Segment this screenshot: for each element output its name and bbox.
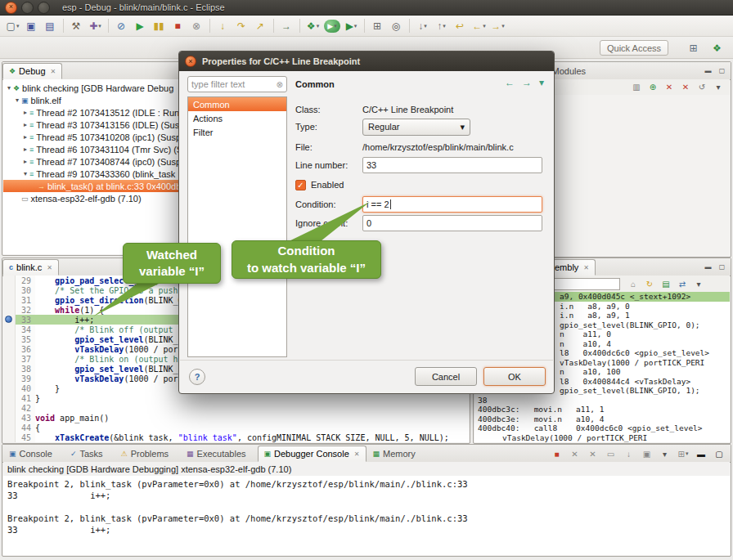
clear-filter-icon[interactable]: ⊗ [277, 80, 283, 89]
back-icon[interactable]: ← [505, 77, 515, 88]
line-number-input[interactable]: 33 [362, 157, 542, 173]
add-register-group-button[interactable]: ⊕ [645, 81, 661, 94]
tree-expander-icon[interactable]: ▾ [21, 170, 29, 177]
editor-ruler-cell[interactable] [3, 325, 16, 334]
refresh-button[interactable]: ↻ [641, 277, 658, 290]
tab-close-icon[interactable]: ✕ [354, 450, 360, 458]
home-button[interactable]: ⌂ [625, 277, 641, 290]
dialog-titlebar[interactable]: × Properties for C/C++ Line Breakpoint [179, 52, 554, 71]
debug-perspective-button[interactable]: ❖ [708, 40, 726, 56]
editor-ruler-cell[interactable] [3, 305, 16, 315]
save-button[interactable]: ▣ [22, 18, 41, 34]
editor-ruler-cell[interactable] [3, 295, 16, 305]
tree-expander-icon[interactable]: ▾ [5, 84, 13, 92]
clear-console-button[interactable]: ▭ [603, 447, 619, 460]
editor-ruler-cell[interactable] [3, 276, 16, 285]
terminate-button[interactable]: ■ [169, 18, 187, 34]
view-menu-icon[interactable]: ▾ [539, 77, 544, 88]
remove-all-register-groups-button[interactable]: ✕ [677, 81, 694, 94]
tab-problems[interactable]: ⚠ Problems [115, 446, 181, 462]
back-button[interactable]: ← ▾ [470, 18, 488, 34]
new-button[interactable]: ▢ ▾ [3, 18, 22, 34]
previous-annotation-button[interactable]: ↑ ▾ [432, 18, 451, 34]
tab-executables[interactable]: ▦ Executables [180, 446, 257, 462]
editor-ruler-cell[interactable] [3, 334, 16, 344]
remove-launch-button[interactable]: ✕ [567, 447, 583, 460]
nav-item-common[interactable]: Common [188, 97, 286, 111]
scroll-lock-button[interactable]: ↓ [621, 447, 637, 460]
editor-ruler-cell[interactable] [3, 423, 16, 432]
forward-button[interactable]: → ▾ [488, 18, 507, 34]
tree-expander-icon[interactable]: ▸ [21, 109, 29, 116]
tree-expander-icon[interactable]: ▸ [21, 133, 29, 141]
help-button[interactable]: ? [189, 369, 205, 385]
editor-ruler-cell[interactable] [3, 403, 16, 413]
suspend-button[interactable]: ▮▮ [150, 18, 169, 34]
editor-ruler-cell[interactable] [3, 374, 16, 383]
run-button[interactable]: ▶ ▾ [324, 20, 340, 33]
tab-close-icon[interactable]: ✕ [51, 68, 56, 75]
editor-ruler-cell[interactable] [3, 393, 16, 403]
tree-expander-icon[interactable]: ▾ [13, 96, 21, 104]
remove-all-terminated-button[interactable]: ✕ [585, 447, 601, 460]
view-menu-button[interactable]: ▾ [690, 277, 707, 290]
editor-ruler-cell[interactable] [3, 354, 16, 364]
window-minimize-button[interactable] [21, 2, 34, 14]
step-return-button[interactable]: ↗ [251, 18, 270, 34]
new-wizard-button[interactable]: ✚ ▾ [86, 18, 105, 34]
tree-expander-icon[interactable]: ▸ [21, 146, 29, 153]
skip-breakpoints-button[interactable]: ⊘ [112, 18, 131, 34]
ignore-count-input[interactable]: 0 [362, 215, 542, 231]
editor-ruler-cell[interactable] [3, 315, 16, 325]
restore-default-groups-button[interactable]: ↺ [694, 81, 710, 94]
maximize-view-button[interactable]: ▢ [717, 262, 727, 271]
editor-ruler-cell[interactable] [3, 413, 16, 423]
breakpoint-icon[interactable] [5, 316, 12, 323]
type-dropdown[interactable]: Regular ▾ [362, 119, 470, 136]
tab-debug[interactable]: ❖ Debug ✕ [2, 63, 62, 79]
tab-close-icon[interactable]: ✕ [47, 264, 52, 271]
forward-icon[interactable]: → [522, 77, 532, 88]
tab-console[interactable]: ▣ Console [2, 446, 64, 462]
open-perspective-button[interactable]: ⊞ [684, 40, 703, 56]
step-into-button[interactable]: ↓ [214, 18, 232, 34]
show-source-button[interactable]: ▤ [658, 277, 674, 290]
filter-input[interactable]: type filter text ⊗ [187, 76, 287, 92]
dialog-close-button[interactable]: × [185, 56, 196, 67]
terminate-button[interactable]: ■ [549, 447, 565, 460]
debug-button[interactable]: ❖ ▾ [304, 18, 322, 34]
enabled-checkbox[interactable]: ✓ [295, 180, 306, 190]
maximize-view-button[interactable]: ▢ [717, 65, 727, 75]
window-close-button[interactable]: × [5, 2, 17, 14]
instruction-stepping-button[interactable]: → [277, 18, 296, 34]
editor-ruler-cell[interactable] [3, 344, 16, 354]
search-button[interactable]: ◎ [387, 18, 406, 34]
editor-ruler-cell[interactable] [3, 364, 16, 374]
tree-expander-icon[interactable]: ▸ [21, 121, 29, 128]
window-maximize-button[interactable] [38, 2, 50, 14]
condition-input[interactable]: i == 2 [362, 196, 542, 213]
remove-register-group-button[interactable]: ✕ [661, 81, 677, 94]
tree-expander-icon[interactable]: ▸ [21, 158, 29, 165]
open-element-button[interactable]: ⊞ [368, 18, 387, 34]
tab-blink-c[interactable]: c blink.c ✕ [2, 259, 59, 276]
editor-ruler-cell[interactable] [3, 383, 16, 393]
save-all-button[interactable]: ▤ [41, 18, 60, 34]
display-console-button[interactable]: ▾ [657, 447, 673, 460]
maximize-view-button[interactable]: ▢ [711, 447, 727, 460]
open-console-button[interactable]: ⊞ ▾ [675, 447, 691, 460]
quick-access-button[interactable]: Quick Access [600, 40, 668, 56]
minimize-view-button[interactable]: ▬ [703, 65, 713, 75]
tab-memory[interactable]: ▦ Memory [366, 446, 427, 462]
minimize-view-button[interactable]: ▬ [703, 262, 713, 271]
tab-debugger-console[interactable]: ▣ Debugger Console ✕ [258, 446, 366, 462]
pin-console-button[interactable]: ▣ [639, 447, 655, 460]
resume-button[interactable]: ▶ [131, 18, 150, 34]
tab-close-icon[interactable]: ✕ [583, 264, 589, 271]
external-tools-button[interactable]: ▶ ▾ [342, 18, 361, 34]
build-button[interactable]: ⚒ [67, 18, 86, 34]
view-menu-button[interactable]: ▾ [710, 81, 726, 94]
disconnect-button[interactable]: ⊗ [187, 18, 206, 34]
step-over-button[interactable]: ↷ [232, 18, 251, 34]
ok-button[interactable]: OK [483, 367, 546, 386]
